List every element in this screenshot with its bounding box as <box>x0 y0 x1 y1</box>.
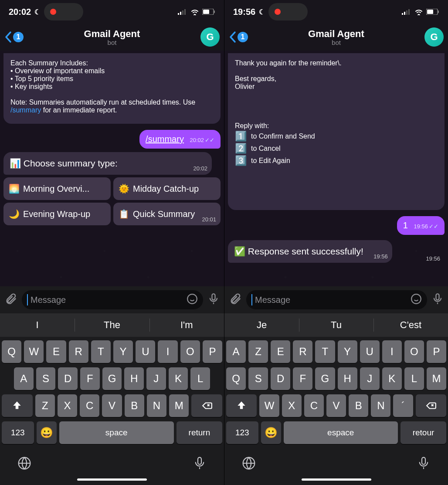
key-h[interactable]: H <box>124 367 144 390</box>
shift-key[interactable] <box>2 394 33 417</box>
key-u[interactable]: U <box>360 340 380 363</box>
dictation-mic-icon[interactable] <box>193 456 207 472</box>
key-k[interactable]: K <box>382 367 402 390</box>
message-input[interactable]: Message <box>246 290 427 309</box>
key-g[interactable]: G <box>102 367 122 390</box>
globe-icon[interactable] <box>17 456 31 472</box>
attach-icon[interactable] <box>4 292 17 307</box>
home-indicator[interactable] <box>77 478 147 481</box>
key-t[interactable]: T <box>91 340 111 363</box>
key-w[interactable]: W <box>24 340 44 363</box>
key-o[interactable]: O <box>404 340 424 363</box>
suggestion[interactable]: Tu <box>299 313 373 337</box>
suggestion[interactable]: C'est <box>373 313 448 337</box>
suggestion[interactable]: I'm <box>149 313 224 337</box>
key-n[interactable]: N <box>371 394 390 417</box>
user-message: 1 19:56✓✓ <box>397 216 445 235</box>
quick-midday-button[interactable]: 🌞Midday Catch-up <box>113 177 221 200</box>
sticker-icon[interactable] <box>187 293 198 307</box>
key-j[interactable]: J <box>360 367 380 390</box>
key-u[interactable]: U <box>136 340 155 363</box>
numeric-key[interactable]: 123 <box>2 421 34 444</box>
key-d[interactable]: D <box>58 367 78 390</box>
key-n[interactable]: N <box>147 394 166 417</box>
key-b[interactable]: B <box>349 394 368 417</box>
key-j[interactable]: J <box>146 367 166 390</box>
recording-pill[interactable] <box>44 3 83 20</box>
key-c[interactable]: C <box>80 394 99 417</box>
command-link[interactable]: /summary <box>10 106 41 114</box>
attach-icon[interactable] <box>229 292 242 307</box>
key-´[interactable]: ´ <box>393 394 413 417</box>
key-h[interactable]: H <box>338 367 357 390</box>
space-key[interactable]: space <box>59 421 174 444</box>
backspace-key[interactable] <box>416 394 446 417</box>
key-f[interactable]: F <box>293 367 312 390</box>
backspace-key[interactable] <box>191 394 222 417</box>
key-q[interactable]: Q <box>2 340 21 363</box>
key-p[interactable]: P <box>203 340 222 363</box>
key-m[interactable]: M <box>427 367 446 390</box>
space-key[interactable]: espace <box>284 421 398 444</box>
dictation-mic-icon[interactable] <box>417 456 431 472</box>
numeric-key[interactable]: 123 <box>226 421 258 444</box>
mic-icon[interactable] <box>207 293 220 307</box>
return-key[interactable]: return <box>176 421 222 444</box>
keyboard: QWERTYUIOP ASDFGHJKL ZXCVBNM 123 😀 space… <box>0 337 224 450</box>
recording-pill[interactable] <box>268 3 308 20</box>
key-e[interactable]: E <box>46 340 66 363</box>
key-m[interactable]: M <box>169 394 189 417</box>
key-f[interactable]: F <box>80 367 100 390</box>
sticker-icon[interactable] <box>411 293 422 307</box>
key-l[interactable]: L <box>190 367 210 390</box>
quick-evening-button[interactable]: 🌙Evening Wrap-up <box>3 203 111 225</box>
quick-morning-button[interactable]: 🌅Morning Overvi... <box>3 177 111 200</box>
key-w[interactable]: W <box>259 394 279 417</box>
key-y[interactable]: Y <box>113 340 133 363</box>
emoji-key[interactable]: 😀 <box>37 421 57 444</box>
key-c[interactable]: C <box>304 394 324 417</box>
key-p[interactable]: P <box>427 340 446 363</box>
chat-area[interactable]: Thank you again for the reminder\. Best … <box>224 51 448 286</box>
message-input[interactable]: Message <box>22 290 203 309</box>
key-v[interactable]: V <box>102 394 122 417</box>
key-z[interactable]: Z <box>248 340 268 363</box>
shift-key[interactable] <box>226 394 257 417</box>
key-o[interactable]: O <box>180 340 200 363</box>
back-button[interactable]: 1 <box>4 31 24 43</box>
key-y[interactable]: Y <box>338 340 357 363</box>
key-x[interactable]: X <box>58 394 77 417</box>
suggestion[interactable]: The <box>75 313 149 337</box>
key-z[interactable]: Z <box>35 394 55 417</box>
key-s[interactable]: S <box>36 367 56 390</box>
suggestion[interactable]: I <box>0 313 75 337</box>
key-v[interactable]: V <box>326 394 346 417</box>
emoji-key[interactable]: 😀 <box>261 421 281 444</box>
key-b[interactable]: B <box>125 394 144 417</box>
mic-icon[interactable] <box>431 293 444 307</box>
avatar[interactable]: G <box>424 27 444 47</box>
key-i[interactable]: I <box>382 340 402 363</box>
suggestion[interactable]: Je <box>224 313 299 337</box>
key-q[interactable]: Q <box>226 367 246 390</box>
key-a[interactable]: A <box>226 340 246 363</box>
key-d[interactable]: D <box>271 367 290 390</box>
key-g[interactable]: G <box>315 367 335 390</box>
key-r[interactable]: R <box>293 340 312 363</box>
key-l[interactable]: L <box>404 367 424 390</box>
avatar[interactable]: G <box>200 27 220 47</box>
key-k[interactable]: K <box>169 367 188 390</box>
key-i[interactable]: I <box>158 340 177 363</box>
home-indicator[interactable] <box>302 478 371 481</box>
key-x[interactable]: X <box>282 394 302 417</box>
key-r[interactable]: R <box>69 340 88 363</box>
back-button[interactable]: 1 <box>229 31 248 43</box>
key-t[interactable]: T <box>315 340 335 363</box>
chat-area[interactable]: Each Summary Includes: • Overview of imp… <box>0 51 224 286</box>
key-e[interactable]: E <box>271 340 290 363</box>
return-key[interactable]: retour <box>400 421 446 444</box>
suggestion-bar: Je Tu C'est <box>224 313 448 337</box>
globe-icon[interactable] <box>242 456 256 472</box>
key-a[interactable]: A <box>14 367 34 390</box>
key-s[interactable]: S <box>248 367 268 390</box>
